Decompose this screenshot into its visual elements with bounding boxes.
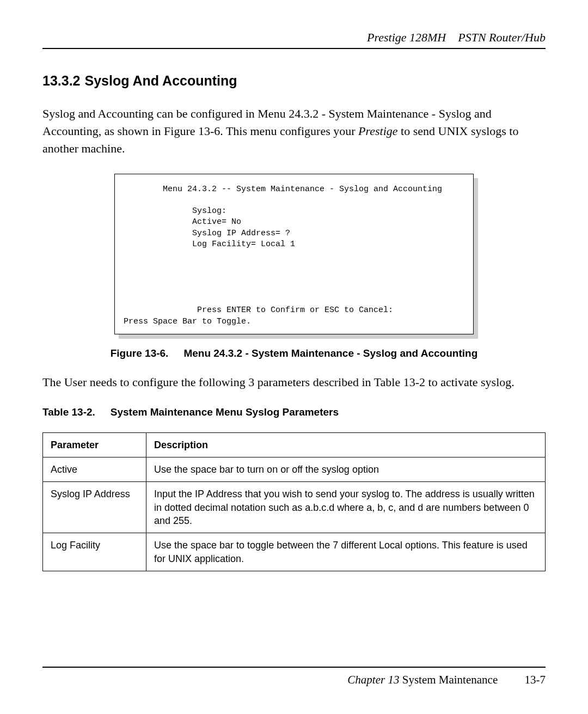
section-heading: 13.3.2Syslog And Accounting (42, 73, 546, 89)
table-row: Log Facility Use the space bar to toggle… (43, 533, 546, 571)
figure-caption-label: Figure 13-6. (111, 347, 169, 359)
mid-paragraph: The User needs to configure the followin… (42, 374, 546, 391)
running-header: Prestige 128MH PSTN Router/Hub (42, 30, 546, 45)
intro-product-emphasis: Prestige (358, 124, 398, 138)
cell-parameter: Syslog IP Address (43, 482, 146, 533)
product-subtitle: PSTN Router/Hub (458, 30, 546, 44)
figure-container: Menu 24.3.2 -- System Maintenance - Sysl… (42, 174, 546, 359)
table-row: Syslog IP Address Input the IP Address t… (43, 482, 546, 533)
cell-description: Use the space bar to toggle between the … (146, 533, 546, 571)
page-footer: Chapter 13 System Maintenance 13-7 (42, 667, 546, 687)
cell-parameter: Log Facility (43, 533, 146, 571)
table-header-row: Parameter Description (43, 432, 546, 457)
document-page: Prestige 128MH PSTN Router/Hub 13.3.2Sys… (0, 0, 588, 714)
chapter-name: System Maintenance (402, 673, 498, 686)
chapter-label: Chapter 13 (347, 673, 399, 686)
cell-parameter: Active (43, 457, 146, 482)
header-rule (42, 48, 546, 49)
footer-rule (42, 667, 546, 668)
terminal-screenshot: Menu 24.3.2 -- System Maintenance - Sysl… (114, 174, 474, 334)
section-title: Syslog And Accounting (85, 73, 237, 88)
figure-shadow: Menu 24.3.2 -- System Maintenance - Sysl… (114, 174, 474, 334)
intro-paragraph: Syslog and Accounting can be configured … (42, 105, 546, 157)
header-parameter: Parameter (43, 432, 146, 457)
header-description: Description (146, 432, 546, 457)
page-number: 13-7 (525, 673, 546, 687)
parameters-table: Parameter Description Active Use the spa… (42, 432, 546, 571)
cell-description: Input the IP Address that you wish to se… (146, 482, 546, 533)
table-caption-text: System Maintenance Menu Syslog Parameter… (111, 406, 339, 418)
cell-description: Use the space bar to turn on or off the … (146, 457, 546, 482)
product-name: Prestige 128MH (367, 30, 446, 44)
figure-caption: Figure 13-6.Menu 24.3.2 - System Mainten… (42, 347, 546, 359)
table-caption-label: Table 13-2. (42, 406, 95, 418)
footer-line: Chapter 13 System Maintenance 13-7 (42, 673, 546, 687)
table-caption: Table 13-2.System Maintenance Menu Syslo… (42, 406, 546, 418)
figure-caption-text: Menu 24.3.2 - System Maintenance - Syslo… (183, 347, 477, 359)
table-row: Active Use the space bar to turn on or o… (43, 457, 546, 482)
section-number: 13.3.2 (42, 73, 81, 88)
